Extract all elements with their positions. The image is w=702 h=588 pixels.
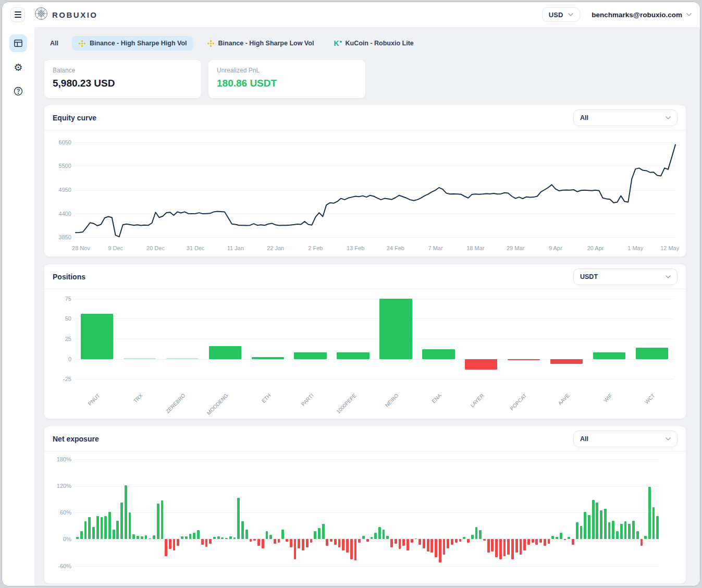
exposure-bar — [104, 516, 107, 539]
y-axis-tick: 60% — [51, 509, 71, 516]
exposure-bar — [374, 533, 377, 540]
positions-chart: 7550250-25PNUTTRXZEREBROMOODENGETHPARTI1… — [51, 295, 681, 419]
exposure-bar — [656, 516, 659, 539]
equity-filter-select[interactable]: All — [573, 109, 678, 126]
exposure-bar — [213, 537, 216, 539]
pnl-value: 180.86 USDT — [217, 78, 357, 89]
exposure-bar — [487, 539, 490, 553]
filter-chip-all[interactable]: All — [44, 36, 65, 51]
x-axis-tick: 29 Mar — [507, 245, 524, 251]
exposure-bar — [430, 539, 433, 553]
x-axis-category: WCT — [619, 393, 656, 430]
y-axis-tick: 75 — [51, 296, 71, 302]
brand: ROBUXIO — [34, 7, 98, 22]
filter-chip-kucoin-robuxio-lite[interactable]: KKuCoin - Robuxio Lite — [327, 36, 420, 51]
currency-value: USD — [549, 11, 563, 19]
exposure-bar — [636, 531, 639, 539]
exposure-bar — [354, 539, 357, 560]
exposure-bar — [612, 521, 614, 540]
equity-curve-title: Equity curve — [53, 114, 96, 122]
exposure-bar — [290, 539, 292, 547]
x-axis-category: ZEREBRO — [149, 393, 186, 430]
exposure-bar — [310, 539, 313, 543]
position-bar-wif — [593, 352, 625, 359]
exposure-bar — [568, 537, 570, 539]
grid-line — [76, 339, 673, 339]
currency-selector[interactable]: USD — [542, 7, 580, 22]
equity-filter-value: All — [580, 114, 588, 121]
y-axis-tick: -60% — [51, 563, 71, 569]
exposure-bar — [523, 539, 526, 550]
exposure-bar — [278, 539, 280, 543]
y-axis-tick: 0% — [51, 536, 71, 542]
positions-filter-select[interactable]: USDT — [573, 268, 678, 285]
exposure-bar — [535, 539, 538, 544]
x-axis-category: NEIRO — [363, 393, 400, 430]
exposure-bar — [628, 524, 631, 540]
exposure-bar — [608, 522, 611, 539]
exposure-bar — [96, 516, 99, 539]
filter-chip-binance-high-sharpe-low-vol[interactable]: Binance - High Sharpe Low Vol — [201, 36, 321, 51]
sidebar: ⚙ — [2, 27, 34, 586]
exposure-bar — [286, 539, 288, 541]
sidebar-item-dashboard[interactable] — [9, 34, 27, 52]
exposure-bar — [407, 539, 409, 550]
exposure-bar — [253, 539, 256, 541]
exposure-bar — [483, 539, 486, 541]
dashboard-icon — [13, 38, 23, 48]
filter-chip-label: Binance - High Sharpe Low Vol — [218, 40, 314, 47]
exposure-bar — [84, 521, 87, 539]
net-exposure-chart: 180%120%60%0%-60% — [51, 456, 681, 583]
x-axis-category: MOODENG — [192, 393, 229, 430]
exposure-bar — [334, 539, 337, 544]
exposure-bar — [447, 539, 449, 548]
exposure-bar — [326, 539, 328, 546]
exposure-bar — [165, 539, 167, 556]
position-bar-moodeng — [209, 346, 241, 359]
account-menu[interactable]: benchmarks@robuxio.com — [592, 11, 692, 19]
exposure-bar — [250, 539, 252, 541]
x-axis-tick: 20 Dec — [146, 245, 165, 251]
grid-line — [76, 318, 673, 319]
net-exposure-title: Net exposure — [53, 435, 99, 443]
help-icon — [13, 86, 23, 96]
position-bar-layer — [465, 359, 497, 370]
position-bar-zerebro — [166, 358, 199, 359]
topbar: ROBUXIO USD benchmarks@robuxio.com — [2, 2, 700, 27]
x-axis-tick: 24 Feb — [387, 245, 404, 251]
filter-chip-binance-high-sharpe-high-vol[interactable]: Binance - High Sharpe High Vol — [72, 36, 193, 51]
exposure-bar — [624, 521, 627, 539]
exposure-bar — [390, 539, 393, 547]
exposure-bar — [648, 487, 651, 540]
net-exposure-filter-select[interactable]: All — [573, 431, 678, 447]
exposure-bar — [378, 527, 381, 540]
exposure-bar — [257, 539, 260, 546]
exposure-bar — [592, 500, 595, 539]
exposure-bar — [459, 539, 462, 541]
exposure-bar — [298, 539, 300, 548]
y-axis-tick: -25 — [51, 376, 71, 382]
filter-chips: AllBinance - High Sharpe High VolBinance… — [44, 35, 686, 51]
exposure-bar — [596, 503, 598, 539]
exposure-bar — [564, 539, 566, 540]
x-axis-tick: 13 Feb — [347, 245, 364, 251]
grid-line — [76, 379, 673, 379]
exposure-bar — [616, 531, 619, 539]
position-bar-wct — [636, 348, 668, 359]
x-axis-category: PARTI — [277, 393, 314, 430]
brand-name: ROBUXIO — [52, 10, 98, 19]
hamburger-menu-button[interactable] — [10, 7, 25, 22]
exposure-bar — [318, 528, 321, 539]
exposure-bar — [451, 539, 453, 544]
exposure-bar — [527, 539, 530, 544]
sidebar-item-help[interactable] — [9, 82, 27, 100]
exposure-bar — [503, 539, 506, 556]
x-axis-category: ENA — [405, 393, 442, 430]
chevron-down-icon — [666, 437, 671, 440]
x-axis-tick: 9 Apr — [549, 245, 562, 251]
exposure-bar — [153, 535, 155, 540]
filter-chip-label: KuCoin - Robuxio Lite — [346, 40, 414, 47]
exposure-bar — [76, 537, 79, 539]
exposure-bar — [539, 539, 542, 543]
sidebar-item-settings[interactable]: ⚙ — [9, 58, 27, 76]
